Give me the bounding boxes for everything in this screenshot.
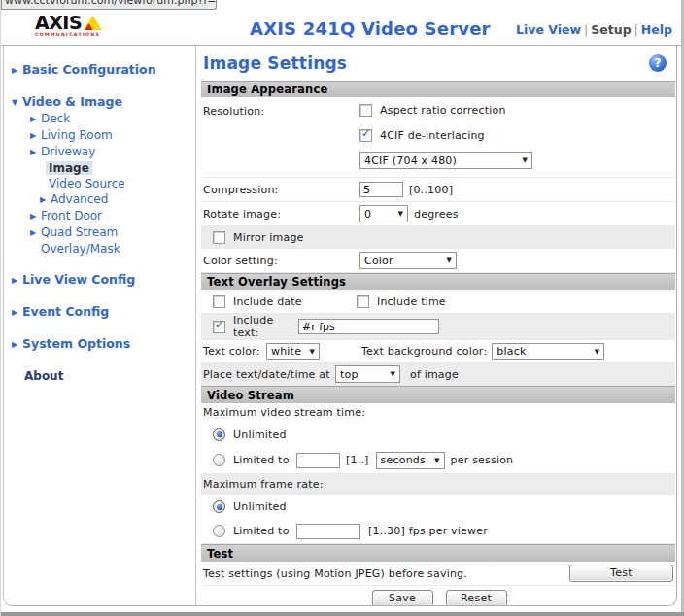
compression-range: [0..100] xyxy=(409,184,453,196)
sidebar-item-front-door[interactable]: ▶Front Door xyxy=(4,208,195,224)
compression-input[interactable] xyxy=(359,182,403,197)
sidebar-item-label: Driveway xyxy=(41,145,95,158)
sidebar-item-label: Front Door xyxy=(41,209,102,222)
include-text-label: Include text: xyxy=(233,314,298,339)
sidebar-item-video-source[interactable]: Video Source xyxy=(4,176,195,191)
context-help-icon[interactable]: ? xyxy=(649,54,667,72)
nav-separator: | xyxy=(632,22,641,37)
sidebar-item-label: System Options xyxy=(22,336,130,351)
mirror-label: Mirror image xyxy=(233,231,304,244)
deinterlacing-checkbox[interactable]: ✓ xyxy=(359,129,372,142)
max-frame-rate-label: Maximum frame rate: xyxy=(203,478,324,491)
test-row: Test settings (using Motion JPEG) before… xyxy=(201,562,675,586)
bg-color-select-value: black xyxy=(496,345,526,358)
live-view-link[interactable]: Live View xyxy=(516,22,581,37)
sidebar-item-system-options[interactable]: ▶System Options xyxy=(4,336,195,353)
stream-unlimited-row: Unlimited xyxy=(201,422,675,447)
chevron-down-icon: ▼ xyxy=(595,348,600,356)
sidebar-item-deck[interactable]: ▶Deck xyxy=(4,111,195,127)
content-panel: Image Settings ? Image Appearance Resolu… xyxy=(196,46,676,605)
sidebar-item-quad-stream[interactable]: ▶Quad Stream xyxy=(4,224,195,241)
text-color-row: Text color: white ▼ Text background colo… xyxy=(201,340,675,363)
sidebar-item-advanced[interactable]: ▶Advanced xyxy=(4,191,195,208)
rotate-row: Rotate image: 0 ▼ degrees xyxy=(201,202,675,226)
include-date-checkbox[interactable] xyxy=(213,295,225,308)
resolution-select[interactable]: 4CIF (704 x 480) ▼ xyxy=(359,152,532,169)
include-text-row: ✓ Include text: xyxy=(201,314,675,340)
fps-limited-label: Limited to xyxy=(233,525,291,537)
max-stream-time-label-row: Maximum video stream time: xyxy=(201,403,675,422)
top-nav: Live View|Setup|Help xyxy=(516,22,672,37)
window-bottom-edge xyxy=(1,612,684,616)
stream-unlimited-label: Unlimited xyxy=(233,428,287,441)
page-title: Image Settings xyxy=(203,53,347,73)
sidebar-item-overlay-mask[interactable]: Overlay/Mask xyxy=(4,241,195,257)
stream-unlimited-radio[interactable] xyxy=(213,428,225,441)
axis-logo-triangle-icon xyxy=(84,16,102,30)
help-link[interactable]: Help xyxy=(641,22,672,37)
bg-color-label: Text background color: xyxy=(361,345,487,358)
chevron-right-icon: ▶ xyxy=(30,145,41,160)
fps-limited-row: Limited to [1..30] fps per viewer xyxy=(201,519,675,544)
include-time-label: Include time xyxy=(377,295,446,308)
sidebar-item-image-selected[interactable]: Image xyxy=(4,160,195,176)
section-header-video-stream: Video Stream xyxy=(201,386,675,403)
mirror-checkbox[interactable] xyxy=(213,231,225,244)
chevron-right-icon: ▶ xyxy=(12,337,22,353)
save-button[interactable]: Save xyxy=(372,590,433,606)
sidebar-item-about[interactable]: About xyxy=(4,368,195,384)
stream-limited-radio[interactable] xyxy=(213,454,225,466)
browser-tab-url: www.cctvforum.com/viewforum.php?f=19 xyxy=(2,0,216,7)
chevron-down-icon: ▼ xyxy=(446,257,452,264)
chevron-right-icon: ▶ xyxy=(30,128,41,144)
stream-unit-select-value: seconds xyxy=(381,454,426,466)
resolution-row: Resolution: Aspect ratio correction ✓ 4C… xyxy=(201,97,675,178)
sidebar-item-video-image[interactable]: ▼Video & Image xyxy=(4,94,195,111)
test-button[interactable]: Test xyxy=(569,565,673,582)
place-text-select[interactable]: top ▼ xyxy=(335,365,400,383)
axis-logo-subtext: COMMUNICATIONS xyxy=(35,32,102,37)
include-date-label: Include date xyxy=(233,295,357,308)
text-color-select[interactable]: white ▼ xyxy=(266,343,320,360)
aspect-ratio-checkbox[interactable] xyxy=(359,104,372,117)
sidebar-item-basic-configuration[interactable]: ▶Basic Configuration xyxy=(4,62,195,79)
color-setting-row: Color setting: Color ▼ xyxy=(201,249,675,273)
bg-color-select[interactable]: black ▼ xyxy=(492,343,604,360)
color-setting-select-value: Color xyxy=(364,255,393,267)
main-layout: ▶Basic Configuration ▼Video & Image ▶Dec… xyxy=(3,46,677,606)
setup-link[interactable]: Setup xyxy=(591,22,631,37)
text-color-select-value: white xyxy=(271,345,301,358)
stream-limited-row: Limited to [1..] seconds ▼ per session xyxy=(201,447,675,474)
sidebar-item-living-room[interactable]: ▶Living Room xyxy=(4,127,195,144)
stream-unit-select[interactable]: seconds ▼ xyxy=(376,452,445,469)
sidebar-item-live-view-config[interactable]: ▶Live View Config xyxy=(4,272,195,289)
sidebar-item-event-config[interactable]: ▶Event Config xyxy=(4,304,195,321)
sidebar-item-label: Event Config xyxy=(22,304,109,319)
page-header-title: AXIS 241Q Video Server xyxy=(250,18,491,39)
sidebar-item-label: Deck xyxy=(41,112,70,125)
nav-separator: | xyxy=(581,22,591,37)
save-reset-row: Save Reset xyxy=(201,586,675,605)
chevron-right-icon: ▶ xyxy=(30,209,41,224)
fps-limited-radio[interactable] xyxy=(213,525,225,537)
include-time-checkbox[interactable] xyxy=(357,295,369,308)
sidebar-item-label: Video Source xyxy=(49,177,125,190)
stream-limit-input[interactable] xyxy=(296,453,340,468)
browser-tab[interactable]: www.cctvforum.com/viewforum.php?f=19 xyxy=(1,0,217,10)
fps-limit-suffix: [1..30] fps per viewer xyxy=(368,525,488,537)
include-text-input[interactable] xyxy=(298,319,439,334)
fps-limit-input[interactable] xyxy=(296,524,360,539)
chevron-right-icon: ▶ xyxy=(12,305,22,321)
fps-unlimited-radio[interactable] xyxy=(213,500,225,513)
sidebar-item-driveway[interactable]: ▶Driveway xyxy=(4,144,195,160)
include-text-checkbox[interactable]: ✓ xyxy=(213,321,225,333)
deinterlacing-line: ✓ 4CIF de-interlacing xyxy=(359,129,532,142)
sidebar-item-label: Video & Image xyxy=(22,94,122,109)
sidebar-item-label: Overlay/Mask xyxy=(41,242,120,256)
resolution-label: Resolution: xyxy=(203,104,359,118)
reset-button[interactable]: Reset xyxy=(446,590,507,606)
color-setting-select[interactable]: Color ▼ xyxy=(359,252,457,269)
rotate-select[interactable]: 0 ▼ xyxy=(359,205,408,222)
place-text-row: Place text/date/time at top ▼ of image xyxy=(201,363,675,386)
mirror-row: Mirror image xyxy=(201,226,675,249)
